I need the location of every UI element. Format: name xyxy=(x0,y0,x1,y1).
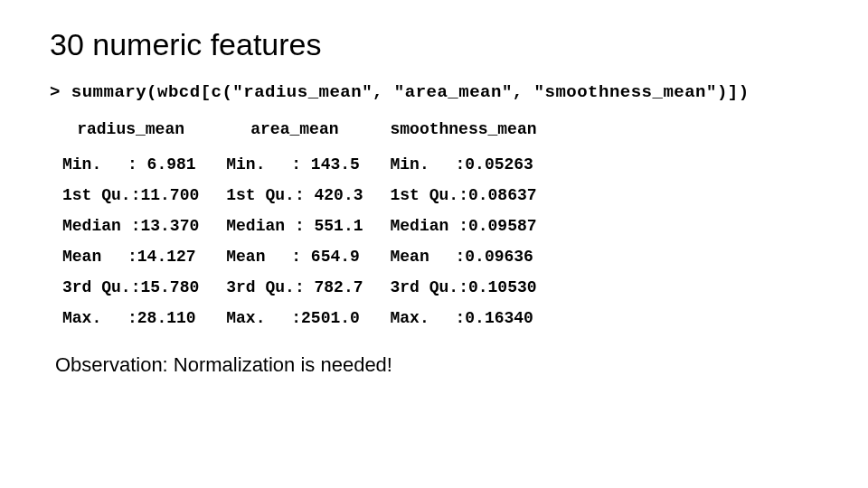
cell: Min.: 6.981 xyxy=(62,149,226,180)
observation-text: Observation: Normalization is needed! xyxy=(55,353,818,377)
cell: Mean:0.09636 xyxy=(391,241,564,272)
r-code-line: > summary(wbcd[c("radius_mean", "area_me… xyxy=(50,82,818,102)
cell: 1st Qu.: 420.3 xyxy=(226,180,390,211)
cell: Mean:14.127 xyxy=(62,241,226,272)
table-header-row: radius_mean area_mean smoothness_mean xyxy=(62,115,564,149)
cell: 3rd Qu.:0.10530 xyxy=(391,272,564,303)
cell: Median : 551.1 xyxy=(226,211,390,241)
col-header-area: area_mean xyxy=(226,115,390,149)
cell: Median :0.09587 xyxy=(391,211,564,241)
cell: 1st Qu.:0.08637 xyxy=(391,180,564,211)
col-header-smoothness: smoothness_mean xyxy=(391,115,564,149)
cell: Max.:28.110 xyxy=(62,303,226,333)
cell: Max.:2501.0 xyxy=(226,303,390,333)
cell: Mean: 654.9 xyxy=(226,241,390,272)
cell: Median :13.370 xyxy=(62,211,226,241)
cell: 1st Qu.:11.700 xyxy=(62,180,226,211)
cell: Min.: 143.5 xyxy=(226,149,390,180)
table-row: Mean:14.127 Mean: 654.9 Mean:0.09636 xyxy=(62,241,564,272)
cell: 3rd Qu.: 782.7 xyxy=(226,272,390,303)
cell: 3rd Qu.:15.780 xyxy=(62,272,226,303)
table-row: 1st Qu.:11.700 1st Qu.: 420.3 1st Qu.:0.… xyxy=(62,180,564,211)
table-row: Max.:28.110 Max.:2501.0 Max.:0.16340 xyxy=(62,303,564,333)
cell: Min.:0.05263 xyxy=(391,149,564,180)
cell: Max.:0.16340 xyxy=(391,303,564,333)
slide-content: 30 numeric features > summary(wbcd[c("ra… xyxy=(0,0,868,404)
table-row: 3rd Qu.:15.780 3rd Qu.: 782.7 3rd Qu.:0.… xyxy=(62,272,564,303)
summary-table: radius_mean area_mean smoothness_mean Mi… xyxy=(62,115,564,333)
slide-title: 30 numeric features xyxy=(50,27,818,62)
table-row: Min.: 6.981 Min.: 143.5 Min.:0.05263 xyxy=(62,149,564,180)
col-header-radius: radius_mean xyxy=(62,115,226,149)
table-row: Median :13.370 Median : 551.1 Median :0.… xyxy=(62,211,564,241)
